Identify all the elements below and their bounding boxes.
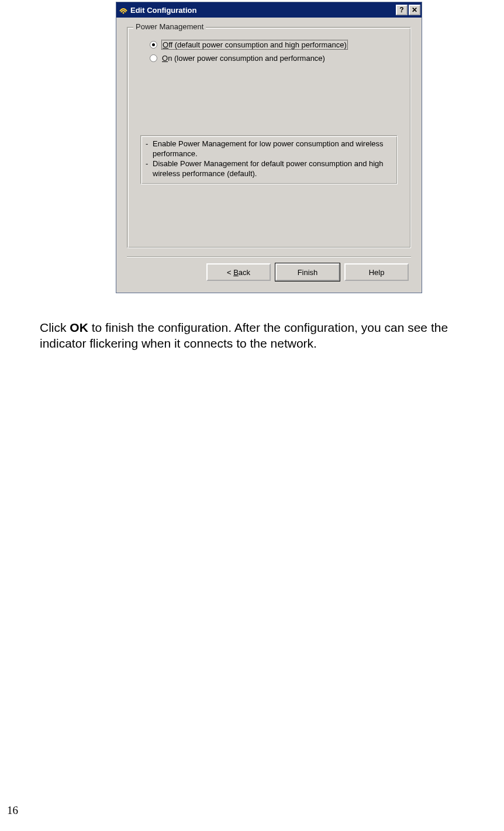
instruction-pre: Click <box>40 321 70 334</box>
title-close-button[interactable]: ✕ <box>409 5 420 15</box>
button-separator <box>127 256 411 257</box>
power-management-group: Power Management Off (default power cons… <box>127 27 411 248</box>
desc-text-2: Disable Power Management for default pow… <box>153 159 392 179</box>
finish-button[interactable]: Finish <box>275 263 340 281</box>
title-help-button[interactable]: ? <box>396 5 408 15</box>
help-button[interactable]: Help <box>344 263 409 281</box>
radio-row-off[interactable]: Off (default power consumption and high … <box>150 40 388 49</box>
radio-off[interactable] <box>150 41 157 49</box>
dialog-window: Edit Configuration ? ✕ Power Management … <box>116 2 422 293</box>
page-number: 16 <box>7 804 18 817</box>
desc-line-2: - Disable Power Management for default p… <box>146 159 392 179</box>
description-box: - Enable Power Management for low power … <box>140 135 398 184</box>
dialog-body: Power Management Off (default power cons… <box>116 18 422 293</box>
instruction-post: to finish the configuration. After the c… <box>40 321 448 350</box>
desc-line-1: - Enable Power Management for low power … <box>146 139 392 159</box>
bullet-icon: - <box>146 159 153 179</box>
instruction-bold: OK <box>70 321 88 334</box>
radio-row-on[interactable]: On (lower power consumption and performa… <box>150 54 388 63</box>
titlebar: Edit Configuration ? ✕ <box>116 2 422 18</box>
radio-on-label[interactable]: On (lower power consumption and performa… <box>162 54 325 63</box>
radio-off-label[interactable]: Off (default power consumption and high … <box>162 40 347 49</box>
group-title: Power Management <box>133 22 206 31</box>
wifi-icon <box>119 5 128 15</box>
titlebar-buttons: ? ✕ <box>396 5 422 15</box>
dialog-title: Edit Configuration <box>130 6 396 15</box>
desc-text-1: Enable Power Management for low power co… <box>153 139 392 159</box>
dialog-button-row: < Back Finish Help <box>127 263 411 287</box>
bullet-icon: - <box>146 139 153 159</box>
svg-point-0 <box>123 12 125 14</box>
radio-on[interactable] <box>150 54 157 62</box>
back-button[interactable]: < Back <box>206 263 271 281</box>
instruction-paragraph: Click OK to finish the configuration. Af… <box>40 320 474 352</box>
document-page: Edit Configuration ? ✕ Power Management … <box>0 0 504 831</box>
